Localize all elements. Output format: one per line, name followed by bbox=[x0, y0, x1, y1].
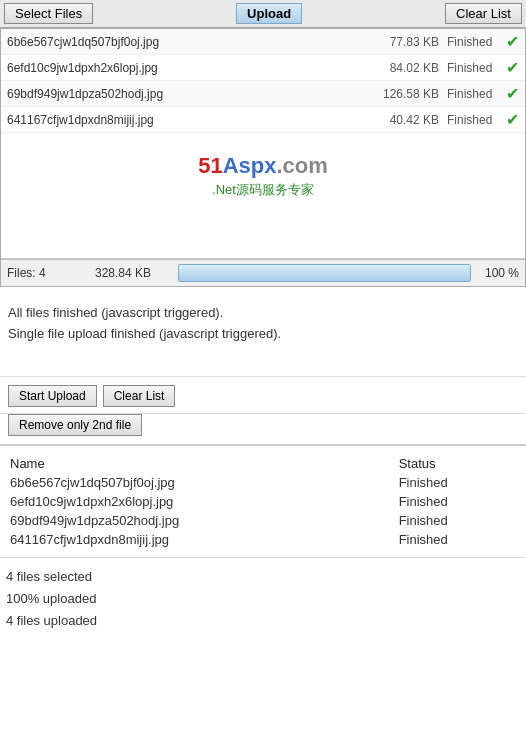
file-item-name: 641167cfjw1dpxdn8mijij.jpg bbox=[7, 113, 359, 127]
files-count: Files: 4 bbox=[7, 266, 87, 280]
status-line-2: Single file upload finished (javascript … bbox=[8, 324, 518, 345]
file-item-status: Finished bbox=[447, 87, 502, 101]
summary-line-3: 4 files uploaded bbox=[6, 610, 520, 632]
status-line-1: All files finished (javascript triggered… bbox=[8, 303, 518, 324]
progress-percent: 100 % bbox=[479, 266, 519, 280]
table-row: 641167cfjw1dpxdn8mijij.jpg Finished bbox=[6, 530, 520, 549]
file-item-name: 6efd10c9jw1dpxh2x6lopj.jpg bbox=[7, 61, 359, 75]
table-cell-status: Finished bbox=[395, 511, 520, 530]
file-table: Name Status 6b6e567cjw1dq507bjf0oj.jpg F… bbox=[6, 454, 520, 549]
table-cell-status: Finished bbox=[395, 473, 520, 492]
table-row: 6efd10c9jw1dpxh2x6lopj.jpg Finished bbox=[6, 492, 520, 511]
remove-2nd-file-button[interactable]: Remove only 2nd file bbox=[8, 414, 142, 436]
table-cell-name: 641167cfjw1dpxdn8mijij.jpg bbox=[6, 530, 395, 549]
file-item-status: Finished bbox=[447, 113, 502, 127]
file-item-status: Finished bbox=[447, 61, 502, 75]
table-row: 6b6e567cjw1dq507bjf0oj.jpg Finished bbox=[6, 473, 520, 492]
file-item-size: 40.42 KB bbox=[359, 113, 439, 127]
file-table-section: Name Status 6b6e567cjw1dq507bjf0oj.jpg F… bbox=[0, 446, 526, 558]
watermark-sub: .Net源码服务专家 bbox=[212, 181, 314, 199]
watermark-logo-aspx: Aspx bbox=[223, 153, 277, 178]
table-cell-name: 69bdf949jw1dpza502hodj.jpg bbox=[6, 511, 395, 530]
progress-bar-row: Files: 4 328.84 KB 100 % bbox=[1, 259, 525, 286]
watermark-logo-dot: .com bbox=[276, 153, 327, 178]
file-list-item: 6b6e567cjw1dq507bjf0oj.jpg 77.83 KB Fini… bbox=[1, 29, 525, 55]
table-cell-name: 6efd10c9jw1dpxh2x6lopj.jpg bbox=[6, 492, 395, 511]
file-item-size: 77.83 KB bbox=[359, 35, 439, 49]
table-cell-name: 6b6e567cjw1dq507bjf0oj.jpg bbox=[6, 473, 395, 492]
summary-line-1: 4 files selected bbox=[6, 566, 520, 588]
file-check-icon: ✔ bbox=[506, 110, 519, 129]
table-row: 69bdf949jw1dpza502hodj.jpg Finished bbox=[6, 511, 520, 530]
file-check-icon: ✔ bbox=[506, 32, 519, 51]
table-cell-status: Finished bbox=[395, 492, 520, 511]
file-item-size: 84.02 KB bbox=[359, 61, 439, 75]
clear-list-button-top[interactable]: Clear List bbox=[445, 3, 522, 24]
file-list-container[interactable]: 6b6e567cjw1dq507bjf0oj.jpg 77.83 KB Fini… bbox=[1, 29, 525, 259]
watermark-area: 51Aspx.com .Net源码服务专家 bbox=[1, 133, 525, 209]
file-item-name: 69bdf949jw1dpza502hodj.jpg bbox=[7, 87, 359, 101]
progress-bar-inner bbox=[179, 265, 470, 281]
file-item-size: 126.58 KB bbox=[359, 87, 439, 101]
table-cell-status: Finished bbox=[395, 530, 520, 549]
file-item-status: Finished bbox=[447, 35, 502, 49]
bottom-buttons: Start Upload Clear List bbox=[0, 377, 526, 414]
file-check-icon: ✔ bbox=[506, 58, 519, 77]
col-status-header: Status bbox=[395, 454, 520, 473]
file-check-icon: ✔ bbox=[506, 84, 519, 103]
watermark-logo-51: 51 bbox=[198, 153, 222, 178]
clear-list-button-bottom[interactable]: Clear List bbox=[103, 385, 176, 407]
upload-button[interactable]: Upload bbox=[236, 3, 302, 24]
status-area: All files finished (javascript triggered… bbox=[0, 287, 526, 377]
file-list-item: 6efd10c9jw1dpxh2x6lopj.jpg 84.02 KB Fini… bbox=[1, 55, 525, 81]
start-upload-button[interactable]: Start Upload bbox=[8, 385, 97, 407]
select-files-button[interactable]: Select Files bbox=[4, 3, 93, 24]
progress-bar-outer bbox=[178, 264, 471, 282]
file-total-size: 328.84 KB bbox=[95, 266, 170, 280]
file-list-item: 69bdf949jw1dpza502hodj.jpg 126.58 KB Fin… bbox=[1, 81, 525, 107]
upload-panel: 6b6e567cjw1dq507bjf0oj.jpg 77.83 KB Fini… bbox=[0, 28, 526, 287]
toolbar: Select Files Upload Clear List bbox=[0, 0, 526, 28]
summary-area: 4 files selected 100% uploaded 4 files u… bbox=[0, 558, 526, 640]
summary-line-2: 100% uploaded bbox=[6, 588, 520, 610]
col-name-header: Name bbox=[6, 454, 395, 473]
file-list-item: 641167cfjw1dpxdn8mijij.jpg 40.42 KB Fini… bbox=[1, 107, 525, 133]
file-item-name: 6b6e567cjw1dq507bjf0oj.jpg bbox=[7, 35, 359, 49]
watermark-logo: 51Aspx.com bbox=[198, 153, 328, 179]
